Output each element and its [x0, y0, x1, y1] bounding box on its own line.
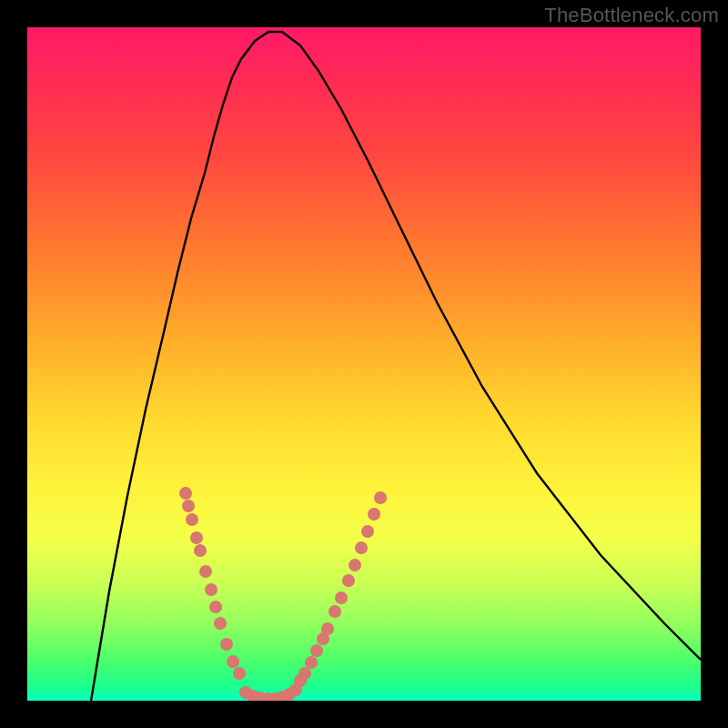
data-marker [179, 487, 192, 500]
data-marker [342, 574, 355, 587]
data-marker [233, 667, 246, 680]
watermark-label: TheBottleneck.com [544, 4, 719, 27]
data-marker [227, 655, 239, 668]
data-marker [190, 531, 203, 544]
data-marker [374, 491, 387, 504]
data-marker [214, 617, 227, 630]
data-marker [321, 622, 334, 635]
data-marker [368, 508, 380, 521]
data-marker [199, 565, 212, 578]
data-marker [335, 592, 348, 604]
data-marker [182, 500, 195, 512]
data-marker [205, 583, 217, 596]
data-marker [289, 683, 302, 696]
data-marker [194, 544, 207, 557]
markers-left [179, 487, 246, 680]
data-marker [209, 601, 222, 613]
chart-svg [27, 27, 701, 701]
plot-area [27, 27, 701, 701]
outer-frame: TheBottleneck.com [0, 0, 728, 728]
data-marker [361, 525, 374, 538]
data-marker [186, 513, 198, 526]
data-marker [329, 605, 341, 618]
data-marker [310, 644, 323, 657]
data-marker [305, 656, 318, 669]
markers-right [294, 491, 387, 687]
data-marker [349, 559, 361, 571]
data-marker [355, 541, 368, 554]
data-marker [220, 638, 233, 651]
markers-bottom [239, 683, 302, 701]
data-marker [298, 667, 311, 680]
bottleneck-curve [91, 32, 701, 701]
